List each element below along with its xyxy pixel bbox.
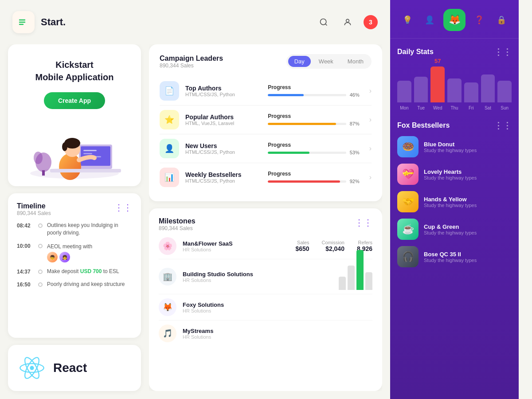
hands-yellow-img: 🤝	[397, 191, 419, 212]
daily-stats-menu[interactable]: ⋮⋮	[494, 47, 512, 57]
sidebar: 💡 👤 🦊 ❓ 🔒 Daily Stats ⋮⋮ Mon Tue 57	[390, 0, 519, 399]
fox-bestsellers-title: Fox Bestsellers	[397, 121, 450, 129]
search-icon[interactable]	[316, 14, 332, 30]
svg-point-19	[62, 142, 67, 151]
leader-arrow[interactable]: ›	[369, 173, 372, 181]
svg-point-8	[34, 152, 43, 164]
blue-donut-img: 🍩	[397, 136, 419, 157]
list-item: 👤 New Users HTML/CSS/JS, Python Progress…	[160, 134, 372, 163]
list-item: 🎧 Bose QC 35 II Study the highway types	[397, 246, 512, 267]
list-item: 📊 Weekly Bestsellers HTML/CSS/JS, Python…	[160, 163, 372, 192]
daily-stats-title: Daily Stats	[397, 48, 434, 56]
list-item: ⭐ Popular Authors HTML, VueJS, Laravel P…	[160, 106, 372, 134]
weekly-bestsellers-icon: 📊	[160, 168, 179, 187]
list-item: 💝 Lovely Hearts Study the highway types	[397, 164, 512, 185]
kickstart-illustration	[26, 118, 123, 180]
brand-name: Start.	[41, 16, 66, 28]
left-column: Kickstart Mobile Application Create App	[8, 44, 141, 391]
notification-badge[interactable]: 3	[364, 15, 378, 29]
list-item: 08:42 Outlines keep you Indulging inpoor…	[17, 222, 132, 237]
content-area: Kickstart Mobile Application Create App	[0, 44, 390, 399]
tab-day[interactable]: Day	[288, 56, 311, 67]
timeline-card: Timeline 890,344 Sales ⋮⋮ 08:42 Outlines…	[8, 193, 141, 338]
list-item: 14:37 Make deposit USD 700 to ESL	[17, 268, 132, 275]
tab-week[interactable]: Week	[313, 56, 340, 67]
svg-rect-13	[83, 153, 92, 154]
timeline-title: Timeline	[17, 202, 51, 210]
daily-stats-chart: Mon Tue 57 Wed Thu Fri Sat	[397, 63, 512, 111]
building-studio-icon: 🏢	[159, 268, 176, 286]
chart-bar-mon: Mon	[397, 81, 411, 103]
svg-point-5	[346, 19, 349, 22]
milestones-card: Milestones 890,344 Sales ⋮⋮ 🌸 Man&Flower…	[149, 208, 382, 391]
campaign-title: Campaign Leaders	[160, 55, 223, 63]
kickstart-title: Kickstart Mobile Application	[19, 59, 130, 83]
leader-arrow[interactable]: ›	[369, 116, 372, 124]
milestone-chart	[339, 263, 372, 290]
avatar: 👧	[59, 252, 70, 262]
svg-rect-9	[42, 170, 45, 176]
svg-point-21	[30, 366, 34, 370]
fox-bestsellers-section: Fox Bestsellers ⋮⋮ 🍩 Blue Donut Study th…	[397, 120, 512, 274]
header-left: Start.	[12, 11, 66, 33]
timeline-items: 08:42 Outlines keep you Indulging inpoor…	[17, 222, 132, 288]
chart-bar-sat: Sat	[481, 74, 495, 102]
list-item: 📄 Top Authors HTML/CSS/JS, Python Progre…	[160, 77, 372, 106]
list-item: 🦊 Foxy Solutions HR Solutions	[159, 294, 372, 321]
leader-arrow[interactable]: ›	[369, 87, 372, 95]
lovely-hearts-img: 💝	[397, 164, 419, 185]
manflower-icon: 🌸	[159, 237, 176, 255]
sidebar-icon-bulb[interactable]: 💡	[399, 12, 416, 28]
timeline-menu[interactable]: ⋮⋮	[114, 202, 132, 213]
sidebar-icons: 💡 👤 🦊 ❓ 🔒	[390, 0, 519, 39]
milestones-menu[interactable]: ⋮⋮	[355, 217, 372, 228]
chart-bar-fri: Fri	[464, 82, 478, 102]
sidebar-icon-user[interactable]: 👤	[421, 12, 438, 28]
timeline-header: Timeline 890,344 Sales ⋮⋮	[17, 202, 132, 216]
fox-bestsellers-menu[interactable]: ⋮⋮	[494, 120, 512, 131]
list-item: 🎵 MyStreams HR Solutions	[159, 321, 372, 346]
kickstart-card: Kickstart Mobile Application Create App	[8, 44, 141, 186]
sidebar-icon-help[interactable]: ❓	[471, 12, 488, 28]
top-authors-icon: 📄	[160, 81, 179, 101]
sidebar-icon-lock[interactable]: 🔒	[493, 12, 510, 28]
user-icon[interactable]	[340, 14, 356, 30]
foxy-solutions-icon: 🦊	[159, 298, 176, 316]
svg-line-4	[325, 24, 327, 26]
react-label: React	[53, 361, 87, 375]
cup-green-img: ☕	[397, 219, 419, 240]
right-column: Campaign Leaders 890,344 Sales Day Week …	[149, 44, 382, 391]
sidebar-icon-fox[interactable]: 🦊	[443, 9, 466, 31]
milestones-title: Milestones	[159, 217, 196, 225]
tab-group: Day Week Month	[286, 54, 372, 69]
tab-month[interactable]: Month	[341, 56, 370, 67]
leader-arrow[interactable]: ›	[369, 145, 372, 153]
popular-authors-icon: ⭐	[160, 110, 179, 129]
milestones-header: Milestones 890,344 Sales ⋮⋮	[159, 217, 372, 231]
campaign-header: Campaign Leaders 890,344 Sales Day Week …	[160, 54, 372, 69]
chart-peak-value: 57	[434, 58, 441, 64]
list-item: 16:50 Poorly driving and keep structure	[17, 281, 132, 288]
chart-bar-sun: Sun	[497, 81, 512, 103]
campaign-card: Campaign Leaders 890,344 Sales Day Week …	[149, 44, 382, 201]
react-logo-icon	[19, 355, 45, 381]
list-item: 🏢 Building Studio Solutions HR Solutions	[159, 259, 372, 294]
sidebar-content: Daily Stats ⋮⋮ Mon Tue 57 Wed Thu	[390, 39, 519, 399]
svg-point-16	[59, 153, 81, 180]
list-item: 10:00 AEOL meeting with 👦 👧	[17, 242, 132, 263]
react-card: React	[8, 345, 141, 391]
header: Start. 3	[0, 0, 390, 44]
bose-qc-img: 🎧	[397, 246, 419, 267]
campaign-subtitle: 890,344 Sales	[160, 63, 223, 69]
svg-rect-20	[50, 169, 121, 172]
new-users-icon: 👤	[160, 139, 179, 158]
timeline-subtitle: 890,344 Sales	[17, 210, 51, 216]
svg-rect-12	[83, 150, 97, 151]
create-app-button[interactable]: Create App	[44, 92, 105, 109]
chart-bar-thu: Thu	[447, 78, 462, 102]
chart-bar-wed: 57 Wed	[430, 66, 445, 102]
header-right: 3	[316, 14, 378, 30]
avatar: 👦	[47, 252, 58, 262]
daily-stats-section: Daily Stats ⋮⋮ Mon Tue 57 Wed Thu	[397, 47, 512, 111]
list-item: 🍩 Blue Donut Study the highway types	[397, 136, 512, 157]
